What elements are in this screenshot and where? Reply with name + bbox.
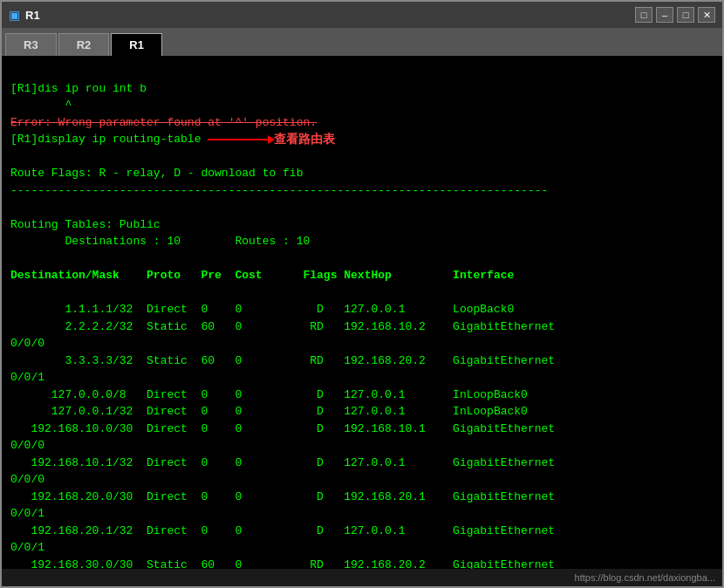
tab-r1[interactable]: R1 (111, 33, 162, 56)
terminal-area[interactable]: [R1]dis ip rou int b ^ Error: Wrong para… (2, 56, 722, 569)
row-7: 192.168.10.1/32 Direct 0 0 D 127.0.0.1 G… (10, 456, 555, 469)
minimize-button[interactable]: – (656, 7, 673, 23)
line-table-header: Destination/Mask Proto Pre Cost Flags Ne… (10, 269, 514, 282)
row-9: 192.168.20.1/32 Direct 0 0 D 127.0.0.1 G… (10, 524, 555, 537)
line-flags: Route Flags: R - relay, D - download to … (10, 167, 303, 180)
terminal-content-2: Route Flags: R - relay, D - download to … (10, 148, 714, 570)
tab-r2[interactable]: R2 (58, 33, 110, 56)
window-title: R1 (25, 9, 40, 22)
row-2-cont: 0/0/0 (10, 337, 44, 350)
annotation-arrow (208, 139, 269, 140)
title-bar-left: ▣ R1 (9, 8, 40, 22)
tab-r3[interactable]: R3 (5, 33, 57, 56)
line-1: [R1]dis ip rou int b (10, 82, 147, 95)
line-routing-tables: Routing Tables: Public (10, 218, 161, 231)
tab-bar: R3 R2 R1 (2, 28, 722, 56)
main-window: ▣ R1 □ – □ ✕ R3 R2 R1 [R1]dis ip rou int… (0, 0, 724, 588)
row-5: 127.0.0.1/32 Direct 0 0 D 127.0.0.1 InLo… (10, 405, 528, 418)
status-text: https://blog.csdn.net/daxiongba... (575, 572, 715, 583)
row-1: 1.1.1.1/32 Direct 0 0 D 127.0.0.1 LoopBa… (10, 303, 514, 316)
annotation-text: 查看路由表 (274, 132, 335, 147)
app-icon: ▣ (9, 8, 20, 22)
line-2: ^ (10, 99, 72, 112)
row-10: 192.168.30.0/30 Static 60 0 RD 192.168.2… (10, 558, 555, 570)
maximize-button[interactable]: □ (677, 7, 694, 23)
row-4: 127.0.0.0/8 Direct 0 0 D 127.0.0.1 InLoo… (10, 388, 528, 401)
status-bar: https://blog.csdn.net/daxiongba... (2, 569, 722, 586)
window-controls: □ – □ ✕ (635, 7, 715, 23)
row-8: 192.168.20.0/30 Direct 0 0 D 192.168.20.… (10, 490, 555, 503)
close-button[interactable]: ✕ (698, 7, 715, 23)
row-2: 2.2.2.2/32 Static 60 0 RD 192.168.10.2 G… (10, 320, 555, 333)
row-9-cont: 0/0/1 (10, 541, 44, 554)
row-3-cont: 0/0/1 (10, 371, 44, 384)
title-bar: ▣ R1 □ – □ ✕ (2, 2, 722, 28)
row-3: 3.3.3.3/32 Static 60 0 RD 192.168.20.2 G… (10, 354, 555, 367)
row-6-cont: 0/0/0 (10, 439, 44, 452)
annotation-row: [R1]display ip routing-table 查看路由表 (10, 131, 714, 148)
command-line: [R1]display ip routing-table (10, 131, 201, 148)
row-8-cont: 0/0/1 (10, 507, 44, 520)
row-7-cont: 0/0/0 (10, 473, 44, 486)
terminal-content: [R1]dis ip rou int b ^ Error: Wrong para… (10, 63, 714, 131)
row-6: 192.168.10.0/30 Direct 0 0 D 192.168.10.… (10, 422, 555, 435)
line-sep: ----------------------------------------… (10, 184, 548, 197)
line-dest-routes: Destinations : 10 Routes : 10 (10, 235, 310, 248)
restore-button[interactable]: □ (635, 7, 652, 23)
line-error: Error: Wrong parameter found at '^' posi… (10, 116, 317, 129)
